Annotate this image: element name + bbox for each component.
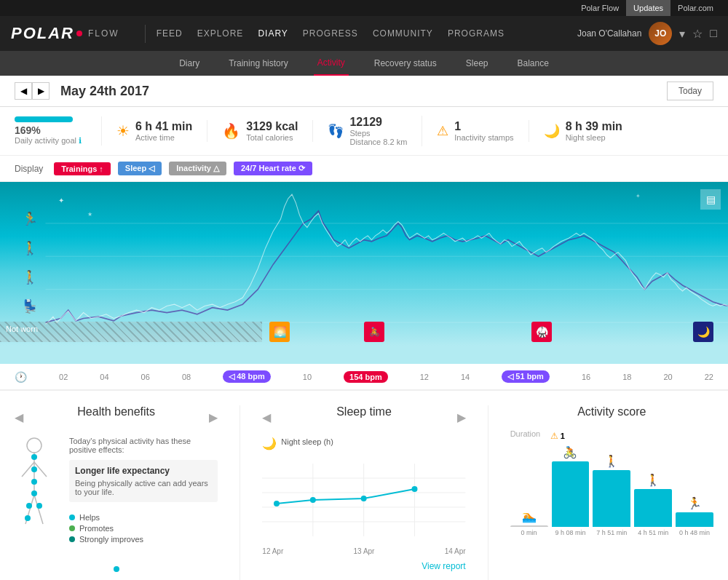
helps-label: Helps <box>79 513 100 522</box>
bpm-154: 154 bpm <box>344 371 388 383</box>
health-benefits-panel: ◀ Health benefits ▶ <box>15 405 218 580</box>
nav-explore[interactable]: EXPLORE <box>197 28 244 39</box>
svg-line-9 <box>34 495 43 524</box>
polar-flow-link[interactable]: Polar Flow <box>574 0 626 16</box>
sleep-prev-btn[interactable]: ◀ <box>262 410 271 424</box>
stats-bar: 169% Daily activity goal ℹ ☀ 6 h 41 min … <box>0 107 728 156</box>
activity-score-title: Activity score <box>510 405 713 418</box>
activity-goal-pct: 169% <box>15 124 87 136</box>
panel-divider-2 <box>488 405 488 580</box>
karate-marker: 🥋 <box>531 322 552 342</box>
sleep-chart <box>262 456 465 544</box>
steps-label: Steps <box>349 129 407 138</box>
bar-run: 🏃 0 h 48 min <box>676 496 713 536</box>
cycling-icon: 🚴 <box>563 445 577 459</box>
legend-strongly-improves: Strongly improves <box>69 535 218 544</box>
stat-sleep-row: 🌙 8 h 39 min Night sleep <box>544 120 622 142</box>
stat-activity-goal: 169% Daily activity goal ℹ <box>15 116 102 146</box>
health-next-btn[interactable]: ▶ <box>209 410 218 424</box>
calories-label: Total calories <box>246 133 298 142</box>
bar-swim-label: 0 min <box>521 529 537 536</box>
heart-rate-btn[interactable]: 24/7 Heart rate ⟳ <box>234 162 312 175</box>
health-prev-btn[interactable]: ◀ <box>15 410 23 424</box>
bar-slow-walk-fill <box>634 489 672 527</box>
swim-icon: 🏊 <box>522 509 537 523</box>
sleep-label: Night sleep <box>566 133 622 142</box>
today-btn[interactable]: Today <box>667 82 713 100</box>
strongly-improves-label: Strongly improves <box>79 535 143 544</box>
nav-progress[interactable]: PROGRESS <box>303 28 358 39</box>
run-icon: 🏃 <box>687 496 702 510</box>
sleep-next-btn[interactable]: ▶ <box>457 410 466 424</box>
bar-cycling-label: 9 h 08 min <box>555 529 585 536</box>
health-pagination <box>15 566 218 572</box>
star-decoration-2: ★ <box>87 211 92 218</box>
bpm-51: ◁ 51 bpm <box>502 370 550 383</box>
sleep-date-2: 13 Apr <box>354 547 375 555</box>
nav-feed[interactable]: FEED <box>157 28 183 39</box>
subnav-recovery-status[interactable]: Recovery status <box>371 51 440 76</box>
dropdown-icon[interactable]: ▾ <box>679 27 685 41</box>
avatar[interactable]: JO <box>649 22 672 45</box>
svg-point-4 <box>27 438 41 453</box>
view-report-link[interactable]: View report <box>262 561 465 571</box>
message-icon[interactable]: □ <box>710 27 717 40</box>
sleep-subtitle: Night sleep (h) <box>281 437 333 446</box>
bar-walking-label: 7 h 51 min <box>596 529 627 536</box>
sunrise-marker: 🌅 <box>269 322 290 342</box>
next-date-btn[interactable]: ▶ <box>32 82 50 100</box>
stat-steps-row: 👣 12129 Steps Distance 8.2 km <box>328 116 407 146</box>
sleep-date-3: 14 Apr <box>445 547 466 555</box>
prev-date-btn[interactable]: ◀ <box>15 82 32 100</box>
activity-score-chart: 🏊 0 min 🚴 9 h 08 min 🚶 7 h 51 min <box>510 449 713 536</box>
sleep-btn[interactable]: Sleep ◁ <box>118 162 162 175</box>
walking-icon-score: 🚶 <box>604 454 619 468</box>
subnav-balance[interactable]: Balance <box>514 51 553 76</box>
subnav-training-history[interactable]: Training history <box>225 51 292 76</box>
chart-filter-btn[interactable]: ▤ <box>700 189 721 210</box>
sleep-icon: 🌙 <box>544 123 560 139</box>
svg-point-27 <box>412 486 418 492</box>
polar-com-link[interactable]: Polar.com <box>670 0 721 16</box>
promotes-label: Promotes <box>79 524 114 533</box>
stat-active-time-row: ☀ 6 h 41 min Active time <box>116 120 192 142</box>
subnav-activity[interactable]: Activity <box>314 51 349 76</box>
active-time-label: Active time <box>135 133 192 142</box>
sleep-time-panel: ◀ Sleep time ▶ 🌙 Night sleep (h) <box>262 405 465 580</box>
time-02: 02 <box>59 373 68 381</box>
time-axis-inner: 🕐 02 04 06 08 ◁ 48 bpm 10 154 bpm 12 14 … <box>15 370 713 383</box>
bpm-48: ◁ 48 bpm <box>223 370 271 383</box>
benefit-desc: Being physically active can add years to… <box>75 479 212 496</box>
trainings-btn[interactable]: Trainings ↑ <box>54 162 110 175</box>
nav-diary[interactable]: DIARY <box>258 28 288 39</box>
activity-chart: ✦ ★ ✦ 🏃 🚶 🚶 💺 <box>0 182 728 364</box>
star-icon[interactable]: ☆ <box>692 27 703 41</box>
inactivity-btn[interactable]: Inactivity △ <box>169 162 226 175</box>
bar-walking: 🚶 7 h 51 min <box>593 454 630 536</box>
time-06: 06 <box>141 373 150 381</box>
bar-run-fill <box>676 512 713 527</box>
updates-link[interactable]: Updates <box>626 0 670 16</box>
time-22: 22 <box>705 373 713 381</box>
logo-text: POLAR <box>11 24 74 43</box>
time-12: 12 <box>420 373 429 381</box>
walking-icon: 🚶 <box>22 240 38 256</box>
seated-icon: 💺 <box>22 298 38 314</box>
stat-inactivity: ⚠ 1 Inactivity stamps <box>422 120 529 142</box>
clock-icon: 🕐 <box>15 371 27 383</box>
inactivity-badge-row: ⚠ 1 <box>550 431 565 441</box>
nav-community[interactable]: COMMUNITY <box>373 28 433 39</box>
cycling-marker: 🚴 <box>364 322 384 342</box>
svg-point-16 <box>25 515 31 521</box>
subnav-sleep[interactable]: Sleep <box>462 51 492 76</box>
svg-point-15 <box>36 503 42 509</box>
night-marker: 🌙 <box>693 322 713 342</box>
bar-cycling-fill <box>552 461 590 527</box>
bar-swim-fill <box>510 525 548 527</box>
nav-programs[interactable]: PROGRAMS <box>448 28 505 39</box>
active-time-icon: ☀ <box>116 122 130 140</box>
subnav-diary[interactable]: Diary <box>175 51 203 76</box>
svg-point-11 <box>31 466 37 472</box>
activity-score-panel: Activity score Duration ⚠ 1 🏊 0 min 🚴 <box>510 405 713 580</box>
stat-sleep: 🌙 8 h 39 min Night sleep <box>529 120 637 142</box>
